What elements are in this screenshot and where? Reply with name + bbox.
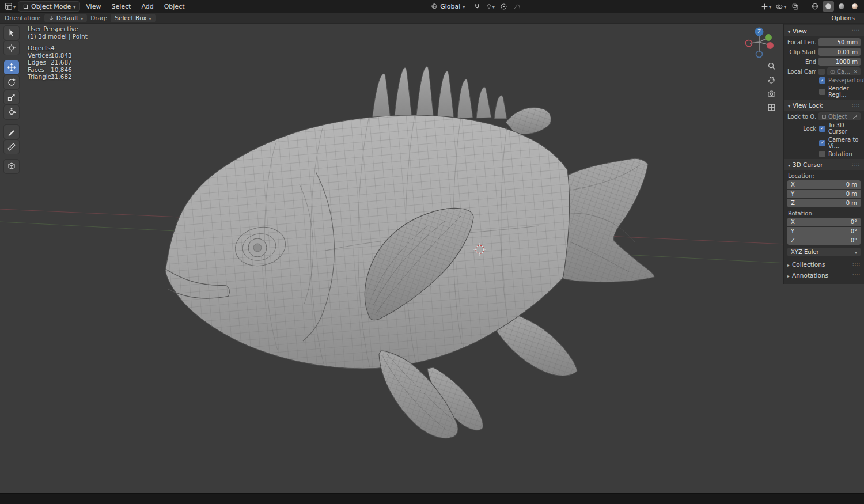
cursor-rotation-label: Rotation: <box>788 210 861 217</box>
stat-row: Faces 10,846 <box>28 66 88 74</box>
drag-mode-dropdown[interactable]: Select Box <box>111 14 155 22</box>
camera-icon <box>767 89 776 98</box>
stat-label: Vertices <box>28 52 51 59</box>
navigation-gizmo[interactable]: Z <box>743 26 778 60</box>
panel-header-collections[interactable]: Collections ∷∷ <box>787 259 861 270</box>
falloff-curve-icon <box>513 3 521 10</box>
solid-sphere-icon <box>824 2 832 10</box>
menu-add[interactable]: Add <box>137 2 158 12</box>
show-gizmo-button[interactable] <box>760 1 772 12</box>
drag-handle-icon[interactable]: ∷∷ <box>852 28 860 34</box>
stat-value: 10,846 <box>51 66 72 74</box>
snap-settings-button[interactable] <box>484 1 496 12</box>
stat-label: Objects <box>28 44 51 52</box>
location-y-field[interactable]: Y 0 m <box>787 190 861 198</box>
to-3d-cursor-checkbox[interactable] <box>819 126 825 132</box>
show-overlays-button[interactable] <box>774 1 787 12</box>
tool-move[interactable] <box>4 60 19 74</box>
shading-rendered-button[interactable] <box>849 1 861 12</box>
zoom-button[interactable] <box>766 60 777 71</box>
proportional-editing-button[interactable] <box>498 1 509 12</box>
local-camera-field[interactable]: Ca… × <box>827 67 861 75</box>
panel-header-view[interactable]: View ∷∷ <box>784 25 864 36</box>
eyedropper-icon[interactable] <box>852 114 858 119</box>
clip-start-field[interactable]: 0.01 m <box>818 48 861 56</box>
collapse-arrow-icon <box>788 161 790 168</box>
shading-solid-button[interactable] <box>823 1 834 12</box>
fish-model[interactable] <box>165 67 654 438</box>
tool-rotate[interactable] <box>4 75 19 89</box>
drag-handle-icon[interactable]: ∷∷ <box>853 262 861 267</box>
tool-transform[interactable] <box>4 105 19 119</box>
stat-label: Faces <box>28 66 51 74</box>
location-x-field[interactable]: X 0 m <box>787 180 861 189</box>
rotation-z-field[interactable]: Z 0° <box>787 236 861 245</box>
annotate-pen-icon <box>7 127 16 137</box>
axis-value: 0 m <box>846 181 857 188</box>
camera-to-view-checkbox[interactable] <box>819 140 825 146</box>
orientation-dropdown[interactable]: Global <box>426 1 469 12</box>
cursor-rotation-fields: X 0° Y 0° Z 0° <box>787 218 861 245</box>
options-button[interactable]: Options <box>827 14 859 22</box>
editor-type-icon <box>5 2 13 10</box>
passepartout-checkbox[interactable] <box>819 77 825 84</box>
rotation-x-field[interactable]: X 0° <box>787 218 861 226</box>
mode-dropdown[interactable]: Object Mode <box>18 1 80 12</box>
menu-object[interactable]: Object <box>160 2 190 12</box>
local-camera-checkbox[interactable] <box>818 69 825 75</box>
gizmo-x-axis[interactable] <box>767 42 774 49</box>
wireframe-sphere-icon <box>811 2 819 10</box>
ortho-toggle-button[interactable] <box>766 101 777 113</box>
menu-select[interactable]: Select <box>107 2 135 12</box>
snap-toggle-button[interactable] <box>471 1 483 12</box>
chevron-down-icon <box>855 249 857 255</box>
clip-start-row: Clip Start 0.01 m <box>787 48 861 56</box>
hand-icon <box>767 75 776 84</box>
render-region-checkbox[interactable] <box>819 89 825 95</box>
clip-end-field[interactable]: 1000 m <box>818 58 861 66</box>
lock-rotation-row: Rotation <box>787 151 861 157</box>
shading-material-button[interactable] <box>836 1 847 12</box>
default-orientation-dropdown[interactable]: Default <box>44 14 87 22</box>
tool-measure[interactable] <box>4 140 19 154</box>
gizmo-y-axis[interactable] <box>765 34 772 41</box>
shading-wireframe-button[interactable] <box>809 1 821 12</box>
viewport-3d[interactable] <box>0 23 864 493</box>
tool-add-cube[interactable] <box>4 160 19 173</box>
chevron-down-icon <box>13 3 16 10</box>
camera-view-button[interactable] <box>766 88 777 99</box>
clear-icon[interactable]: × <box>853 69 858 74</box>
tool-scale[interactable] <box>4 90 19 104</box>
panel-title: View Lock <box>793 102 823 109</box>
axis-label: Y <box>791 228 794 234</box>
divider <box>805 2 805 10</box>
tool-select-box[interactable] <box>4 26 19 40</box>
focal-length-field[interactable]: 50 mm <box>818 38 861 46</box>
xray-toggle-button[interactable] <box>789 1 801 12</box>
drag-handle-icon[interactable]: ∷∷ <box>852 103 860 108</box>
panel-header-annotations[interactable]: Annotations ∷∷ <box>787 270 861 281</box>
panel-title: Collections <box>792 261 825 268</box>
panel-header-3d-cursor[interactable]: 3D Cursor ∷∷ <box>784 159 864 170</box>
drag-handle-icon[interactable]: ∷∷ <box>852 162 860 168</box>
location-z-field[interactable]: Z 0 m <box>787 199 861 207</box>
transform-icon <box>7 108 16 117</box>
editor-type-button[interactable] <box>3 1 17 12</box>
stat-label: Triangles <box>28 73 51 81</box>
tool-cursor[interactable] <box>4 41 19 55</box>
proportional-falloff-button[interactable] <box>511 1 522 12</box>
menu-view[interactable]: View <box>81 2 105 12</box>
rotation-y-field[interactable]: Y 0° <box>787 227 861 236</box>
toolbar-left <box>4 26 19 173</box>
pan-button[interactable] <box>766 74 777 85</box>
viewport-nav-buttons <box>766 60 777 113</box>
tool-annotate[interactable] <box>4 125 19 139</box>
drag-handle-icon[interactable]: ∷∷ <box>853 272 861 278</box>
select-box-icon <box>7 28 16 37</box>
panel-header-view-lock[interactable]: View Lock ∷∷ <box>784 100 864 111</box>
lock-rotation-checkbox[interactable] <box>819 151 825 157</box>
collapse-arrow-icon <box>788 102 790 109</box>
axis-label: Z <box>791 200 795 206</box>
rotation-mode-dropdown[interactable]: XYZ Euler <box>787 248 861 256</box>
lock-to-object-field[interactable]: Object <box>818 112 861 120</box>
